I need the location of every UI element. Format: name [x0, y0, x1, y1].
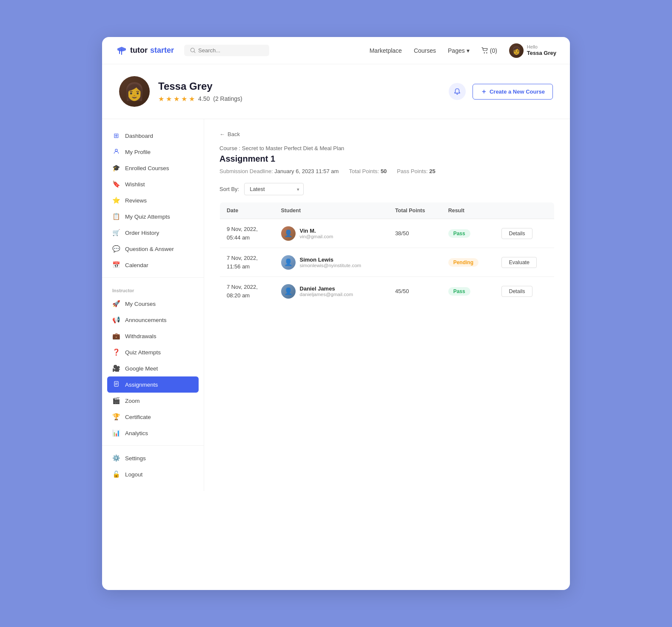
profile-name: Tessa Grey: [158, 80, 242, 92]
table-row: 7 Nov, 2022,08:20 am 👤 Daniel James dani…: [220, 277, 555, 306]
my-courses-icon: 🚀: [112, 300, 120, 308]
course-label: Course : Secret to Master Perfect Diet &…: [219, 145, 555, 151]
sidebar-item-analytics[interactable]: 📊 Analytics: [102, 425, 204, 441]
main-card: tutorstarter Marketplace Courses Pages ▾: [102, 37, 570, 590]
sidebar-label-google-meet: Google Meet: [125, 365, 158, 372]
assignment-table: Date Student Total Points Result 9 Nov, …: [219, 202, 555, 306]
pass-points-label: Pass Points:: [397, 168, 427, 174]
col-total-points: Total Points: [388, 202, 441, 219]
nav-courses[interactable]: Courses: [414, 47, 436, 54]
sidebar: ⊞ Dashboard My Profile 🎓 Enrolled Course…: [102, 119, 204, 491]
sidebar-item-withdrawals[interactable]: 💼 Withdrawals: [102, 328, 204, 344]
create-course-button[interactable]: ＋ Create a New Course: [473, 84, 553, 100]
cell-student-2: 👤 Daniel James danieljames@gmail.com: [274, 277, 388, 306]
sidebar-item-dashboard[interactable]: ⊞ Dashboard: [102, 128, 204, 144]
student-avatar-2: 👤: [281, 284, 296, 299]
table-header: Date Student Total Points Result: [220, 202, 555, 219]
plus-icon: ＋: [481, 88, 487, 96]
logo-text-plain: tutor: [130, 46, 148, 55]
sidebar-item-wishlist[interactable]: 🔖 Wishlist: [102, 176, 204, 192]
sidebar-label-quiz-attempts: My Quiz Attempts: [125, 214, 170, 220]
avatar: 👩: [509, 43, 524, 58]
cell-action-0: Details: [495, 219, 554, 248]
sort-select[interactable]: Latest Oldest By Name: [244, 183, 304, 195]
col-student: Student: [274, 202, 388, 219]
cell-result-2: Pass: [441, 277, 495, 306]
sidebar-item-announcements[interactable]: 📢 Announcements: [102, 312, 204, 328]
sort-by-label: Sort By:: [219, 186, 239, 192]
nav-links: Marketplace Courses Pages ▾ (0) 👩 He: [370, 43, 556, 58]
cart-button[interactable]: (0): [481, 47, 497, 54]
sort-row: Sort By: Latest Oldest By Name ▾: [219, 183, 555, 195]
search-input[interactable]: [198, 47, 258, 54]
sort-wrapper: Latest Oldest By Name ▾: [244, 183, 304, 195]
ratings-count: (2 Ratings): [213, 95, 242, 102]
sidebar-label-logout: Logout: [125, 471, 142, 478]
sidebar-label-order-history: Order History: [125, 230, 159, 236]
student-name-2: Daniel James: [300, 285, 353, 292]
nav-pages[interactable]: Pages ▾: [448, 47, 470, 54]
deadline-label: Submission Deadline:: [219, 168, 273, 174]
total-points-value: 50: [381, 168, 387, 174]
profile-header: 👩 Tessa Grey ★ ★ ★ ★ ★ 4.50 (2 Ratings): [102, 64, 570, 119]
sidebar-label-quiz-attempts-i: Quiz Attempts: [125, 349, 161, 356]
cell-points-1: [388, 248, 441, 277]
sidebar-item-quiz-attempts[interactable]: 📋 My Quiz Attempts: [102, 208, 204, 225]
sidebar-item-logout[interactable]: 🔓 Logout: [102, 466, 204, 482]
sidebar-item-settings[interactable]: ⚙️ Settings: [102, 450, 204, 466]
notification-bell-button[interactable]: [449, 83, 466, 100]
logo-text-bold: starter: [150, 46, 174, 55]
settings-icon: ⚙️: [112, 454, 120, 462]
sidebar-label-wishlist: Wishlist: [125, 181, 145, 188]
sidebar-item-reviews[interactable]: ⭐ Reviews: [102, 192, 204, 208]
cart-count: (0): [490, 47, 497, 54]
result-badge-1: Pending: [448, 258, 478, 267]
profile-stars: ★ ★ ★ ★ ★ 4.50 (2 Ratings): [158, 95, 242, 103]
user-info: Hello Tessa Grey: [527, 44, 556, 57]
cell-student-1: 👤 Simon Lewis simonlewis@nyinstitute.com: [274, 248, 388, 277]
withdrawals-icon: 💼: [112, 332, 120, 340]
submission-deadline-meta: Submission Deadline: January 6, 2023 11:…: [219, 168, 339, 174]
sidebar-item-assignments[interactable]: Assignments: [107, 376, 199, 393]
search-bar[interactable]: [184, 45, 269, 56]
quiz-icon: ❓: [112, 348, 120, 356]
quiz-attempts-icon: 📋: [112, 213, 120, 220]
pass-points-meta: Pass Points: 25: [397, 168, 435, 174]
sidebar-item-google-meet[interactable]: 🎥 Google Meet: [102, 360, 204, 376]
sidebar-item-zoom[interactable]: 🎬 Zoom: [102, 393, 204, 409]
cell-points-2: 45/50: [388, 277, 441, 306]
zoom-icon: 🎬: [112, 397, 120, 405]
sidebar-item-order-history[interactable]: 🛒 Order History: [102, 225, 204, 241]
sidebar-item-quiz-attempts-instructor[interactable]: ❓ Quiz Attempts: [102, 344, 204, 360]
sidebar-item-enrolled-courses[interactable]: 🎓 Enrolled Courses: [102, 160, 204, 176]
nav-marketplace[interactable]: Marketplace: [370, 47, 402, 54]
sidebar-label-zoom: Zoom: [125, 398, 140, 404]
total-points-label: Total Points:: [349, 168, 379, 174]
back-label: Back: [228, 131, 240, 137]
dashboard-icon: ⊞: [112, 132, 120, 140]
cart-icon: [481, 47, 488, 54]
action-button-2[interactable]: Details: [501, 286, 532, 297]
reviews-icon: ⭐: [112, 197, 120, 204]
action-button-0[interactable]: Details: [501, 228, 532, 239]
announcements-icon: 📢: [112, 316, 120, 324]
student-avatar-1: 👤: [281, 255, 296, 270]
logout-icon: 🔓: [112, 470, 120, 478]
action-button-1[interactable]: Evaluate: [501, 257, 537, 268]
col-result: Result: [441, 202, 495, 219]
sidebar-item-calendar[interactable]: 📅 Calendar: [102, 257, 204, 273]
svg-point-1: [484, 52, 484, 53]
sidebar-item-certificate[interactable]: 🏆 Certificate: [102, 409, 204, 425]
svg-point-3: [115, 149, 117, 151]
cell-points-0: 38/50: [388, 219, 441, 248]
analytics-icon: 📊: [112, 429, 120, 437]
sidebar-item-my-courses[interactable]: 🚀 My Courses: [102, 296, 204, 312]
wishlist-icon: 🔖: [112, 180, 120, 188]
instructor-section-label: Instructor: [102, 282, 204, 296]
sidebar-label-my-courses: My Courses: [125, 301, 156, 307]
back-button[interactable]: ← Back: [219, 131, 555, 137]
sidebar-item-my-profile[interactable]: My Profile: [102, 144, 204, 160]
sidebar-item-question-answer[interactable]: 💬 Question & Answer: [102, 241, 204, 257]
total-points-meta: Total Points: 50: [349, 168, 387, 174]
cell-action-1: Evaluate: [495, 248, 554, 277]
